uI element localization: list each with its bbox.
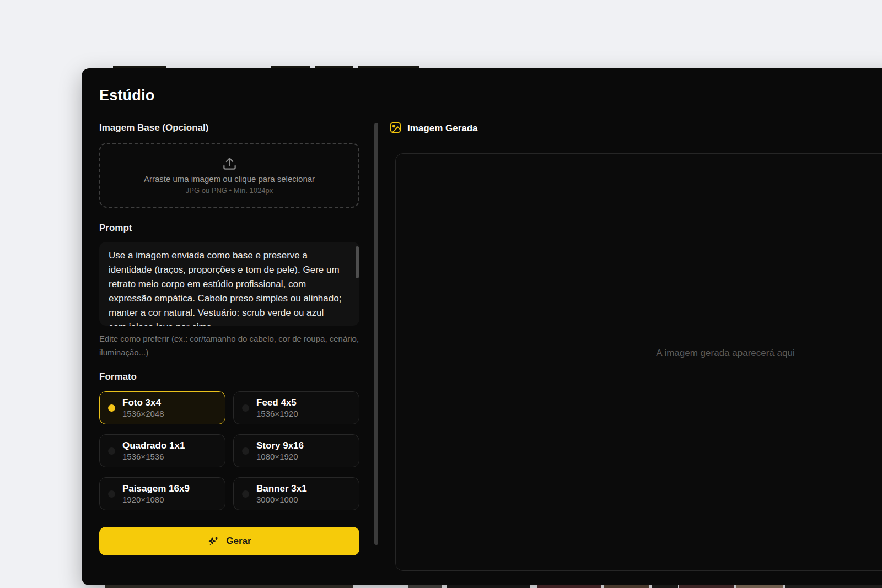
radio-unselected-icon xyxy=(242,404,249,412)
format-option-label: Quadrado 1x1 xyxy=(122,440,185,451)
generated-image-placeholder: A imagem gerada aparecerá aqui xyxy=(656,348,794,359)
image-upload-dropzone[interactable]: Arraste uma imagem ou clique para seleci… xyxy=(99,143,359,208)
prompt-textarea[interactable]: Use a imagem enviada como base e preserv… xyxy=(99,242,359,326)
generated-image-title: Imagem Gerada xyxy=(407,123,478,134)
radio-unselected-icon xyxy=(242,490,249,498)
radio-unselected-icon xyxy=(242,447,249,455)
generated-image-panel: A imagem gerada aparecerá aqui xyxy=(395,153,882,571)
format-label: Formato xyxy=(99,371,137,382)
divider xyxy=(395,144,882,144)
prompt-scrollbar[interactable] xyxy=(356,246,359,278)
sparkles-icon xyxy=(207,536,219,547)
prompt-helper-text: Edite como preferir (ex.: cor/tamanho do… xyxy=(99,332,359,359)
format-option-quadrado-1x1[interactable]: Quadrado 1x1 1536×1536 xyxy=(99,434,225,467)
base-image-label: Imagem Base (Opcional) xyxy=(99,122,208,133)
upload-icon xyxy=(222,157,237,171)
format-option-foto-3x4[interactable]: Foto 3x4 1536×2048 xyxy=(99,391,225,424)
generate-button-label: Gerar xyxy=(226,536,251,547)
format-option-paisagem-16x9[interactable]: Paisagem 16x9 1920×1080 xyxy=(99,477,225,510)
prompt-label: Prompt xyxy=(99,223,132,234)
studio-modal: Estúdio Imagem Base (Opcional) Arraste u… xyxy=(82,68,882,585)
generate-button[interactable]: Gerar xyxy=(99,527,359,555)
page-title: Estúdio xyxy=(99,87,154,104)
format-options-grid: Foto 3x4 1536×2048 Feed 4x5 1536×1920 Qu… xyxy=(99,391,359,510)
format-option-story-9x16[interactable]: Story 9x16 1080×1920 xyxy=(233,434,359,467)
image-icon xyxy=(389,121,402,134)
radio-unselected-icon xyxy=(108,447,115,455)
format-option-size: 1080×1920 xyxy=(256,452,304,462)
format-option-label: Story 9x16 xyxy=(256,440,304,451)
format-option-label: Banner 3x1 xyxy=(256,483,307,494)
format-option-label: Feed 4x5 xyxy=(256,397,298,408)
format-option-size: 1536×2048 xyxy=(122,409,164,419)
format-option-label: Foto 3x4 xyxy=(122,397,164,408)
format-option-label: Paisagem 16x9 xyxy=(122,483,190,494)
format-option-size: 1536×1536 xyxy=(122,452,185,462)
radio-selected-icon xyxy=(108,404,115,412)
upload-requirements: JPG ou PNG • Mín. 1024px xyxy=(186,186,273,195)
format-option-banner-3x1[interactable]: Banner 3x1 3000×1000 xyxy=(233,477,359,510)
format-option-size: 3000×1000 xyxy=(256,495,307,505)
upload-instruction: Arraste uma imagem ou clique para seleci… xyxy=(144,174,315,184)
format-option-feed-4x5[interactable]: Feed 4x5 1536×1920 xyxy=(233,391,359,424)
format-option-size: 1920×1080 xyxy=(122,495,190,505)
format-option-size: 1536×1920 xyxy=(256,409,298,419)
panel-scrollbar[interactable] xyxy=(374,123,378,545)
radio-unselected-icon xyxy=(108,490,115,498)
